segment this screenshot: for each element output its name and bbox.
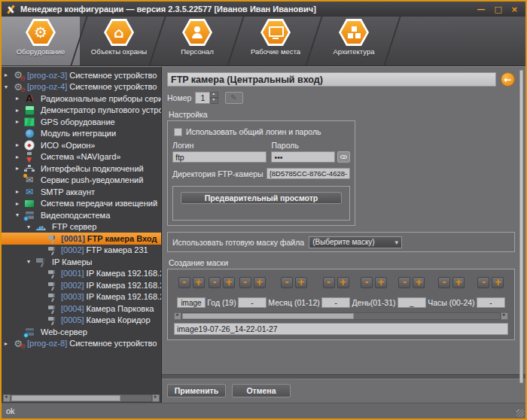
number-stepper[interactable] (195, 92, 218, 104)
camera-name-field[interactable] (167, 72, 496, 87)
camera-icon (46, 233, 58, 244)
mask-add-button[interactable]: + (193, 277, 205, 288)
mask-element[interactable]: _ (398, 297, 426, 308)
toolbar-tab[interactable]: Рабочие места (236, 17, 315, 65)
tree-item[interactable]: [0001] IP Камера 192.168.20.250 (2, 268, 161, 280)
mask-element[interactable]: image (177, 297, 206, 308)
minimize-button[interactable]: — (477, 5, 485, 14)
expand-arrow-icon[interactable]: ▾ (27, 258, 35, 265)
tree-item[interactable]: ▸ Система «NAVIgard» (2, 151, 161, 163)
tree-item[interactable]: [0003] IP Камера 192.168.20.231 (2, 291, 161, 303)
tree-horizontal-scrollbar (3, 394, 160, 402)
scroll-left-button[interactable] (3, 394, 11, 402)
tree-item[interactable]: Web-сервер (2, 326, 161, 338)
mask-add-button[interactable]: + (492, 277, 504, 288)
mask-result-field[interactable] (174, 323, 508, 335)
expand-arrow-icon[interactable]: ▸ (16, 142, 23, 148)
expand-arrow-icon[interactable]: ▸ (16, 107, 23, 114)
mask-add-button[interactable]: + (452, 277, 465, 288)
mask-add-button[interactable]: + (337, 277, 349, 288)
expand-arrow-icon[interactable]: ▸ (16, 188, 23, 195)
tree-item[interactable]: ▸ Демонстратор пультового устройства (2, 105, 161, 117)
mask-element[interactable]: - (238, 297, 267, 308)
tree-item[interactable]: ▸ ИСО «Орион» (2, 139, 161, 151)
resize-grip-icon[interactable] (516, 409, 524, 417)
mask-add-button[interactable]: + (223, 277, 235, 288)
tree-item[interactable]: ▸ [prog-oz-8] Системное устройство (2, 338, 161, 350)
spin-down-button[interactable] (210, 98, 218, 104)
login-input[interactable] (172, 151, 267, 163)
mask-element[interactable]: - (321, 297, 350, 308)
expand-arrow-icon[interactable]: ▸ (5, 72, 12, 78)
toolbar-tab[interactable]: Архитектура (315, 17, 393, 65)
expand-arrow-icon[interactable]: ▾ (16, 212, 23, 218)
use-common-credentials-checkbox[interactable] (174, 128, 182, 136)
tree-item[interactable]: ▸ [prog-oz-3] Системное устройство (2, 69, 161, 81)
edit-number-button[interactable] (225, 92, 243, 104)
password-label: Пароль (271, 141, 350, 150)
back-button[interactable] (501, 72, 515, 87)
close-button[interactable]: × (511, 5, 518, 14)
expand-arrow-icon[interactable]: ▸ (5, 340, 12, 347)
panel-vertical-scrollbar[interactable] (519, 70, 523, 383)
tree-item[interactable]: ▸ Радиоканальные приборы серии "Lonta-Op… (2, 93, 161, 105)
toolbar-tab[interactable]: Персонал (158, 17, 236, 65)
expand-arrow-icon[interactable]: ▸ (16, 118, 23, 125)
mask-remove-button[interactable]: - (398, 277, 410, 288)
scrollbar-thumb[interactable] (11, 395, 120, 401)
password-input[interactable] (271, 151, 335, 163)
mask-remove-button[interactable]: - (209, 277, 221, 288)
tree-item[interactable]: ▾ IP Камеры (2, 256, 161, 268)
expand-arrow-icon[interactable]: ▾ (5, 84, 12, 90)
expand-arrow-icon[interactable]: ▾ (27, 224, 35, 230)
maximize-button[interactable]: □ (494, 5, 501, 14)
tree-item[interactable]: ▸ GPS оборудование (2, 116, 161, 128)
number-input[interactable] (195, 92, 210, 104)
scroll-right-button[interactable] (152, 394, 160, 402)
tree-item[interactable]: [0001] FTP камера Вход (2, 233, 161, 245)
tree-item[interactable]: ▸ Система передачи извещений (2, 198, 161, 210)
tree-item[interactable]: ▸ SMTP аккаунт (2, 186, 161, 198)
mask-cell: - + Месяц (01-12) (268, 277, 319, 307)
tree-item-label: GPS оборудование (41, 117, 115, 126)
tree-item[interactable]: [0002] IP Камера 192.168.20.232 (2, 279, 161, 291)
expand-arrow-icon[interactable]: ▸ (16, 165, 23, 172)
mask-add-button[interactable]: + (254, 277, 266, 288)
scroll-left-button[interactable] (174, 312, 181, 320)
mask-remove-button[interactable]: - (361, 277, 373, 288)
scrollbar-thumb[interactable] (182, 313, 354, 319)
mask-select-dropdown[interactable]: (Выберите маску) (309, 236, 402, 248)
tree-item[interactable]: [0005] Камера Коридор (2, 315, 161, 327)
toolbar-tab[interactable]: Объекты охраны (80, 17, 158, 65)
mask-remove-button[interactable]: - (323, 277, 335, 288)
expand-arrow-icon[interactable]: ▸ (16, 95, 23, 102)
tree-item[interactable]: ▾ FTP сервер (2, 221, 161, 233)
mask-add-button[interactable]: + (375, 277, 387, 288)
tree-item[interactable]: ▸ Интерфейсы подключений (2, 163, 161, 175)
cancel-button[interactable]: Отмена (232, 384, 291, 397)
expand-arrow-icon[interactable]: ▸ (16, 154, 23, 160)
scroll-right-button[interactable] (501, 312, 508, 320)
tree-item[interactable]: Сервис push-уведомлений (2, 175, 161, 187)
mask-remove-button[interactable]: - (281, 277, 293, 288)
tree-item[interactable]: ▾ [prog-oz-4] Системное устройство (2, 81, 161, 93)
apply-button[interactable]: Применить (167, 384, 226, 397)
tree-item-label: Сервис push-уведомлений (41, 175, 143, 184)
mask-element[interactable]: - (477, 297, 505, 308)
show-password-button[interactable] (337, 151, 350, 163)
tree-item[interactable]: [0004] Камера Парковка (2, 303, 161, 315)
preview-button[interactable]: Предварительный просмотр (181, 192, 342, 204)
expand-arrow-icon[interactable]: ▸ (16, 200, 23, 207)
mask-remove-button[interactable]: - (438, 277, 450, 288)
mask-remove-button[interactable]: - (239, 277, 251, 288)
mask-add-button[interactable]: + (295, 277, 307, 288)
toolbar-tab[interactable]: Оборудование (2, 17, 80, 65)
tree-item[interactable]: Модуль интеграции (2, 128, 161, 140)
mask-remove-button[interactable]: - (178, 277, 190, 288)
ftp-directory-input[interactable] (267, 168, 350, 179)
tree-item[interactable]: [0002] FTP камера 231 (2, 245, 161, 257)
mask-add-button[interactable]: + (413, 277, 425, 288)
use-common-credentials-row[interactable]: Использовать общий логин и пароль (174, 127, 350, 136)
tree-item[interactable]: ▾ Видеоподсистема (2, 209, 161, 221)
mask-remove-button[interactable]: - (477, 277, 489, 288)
